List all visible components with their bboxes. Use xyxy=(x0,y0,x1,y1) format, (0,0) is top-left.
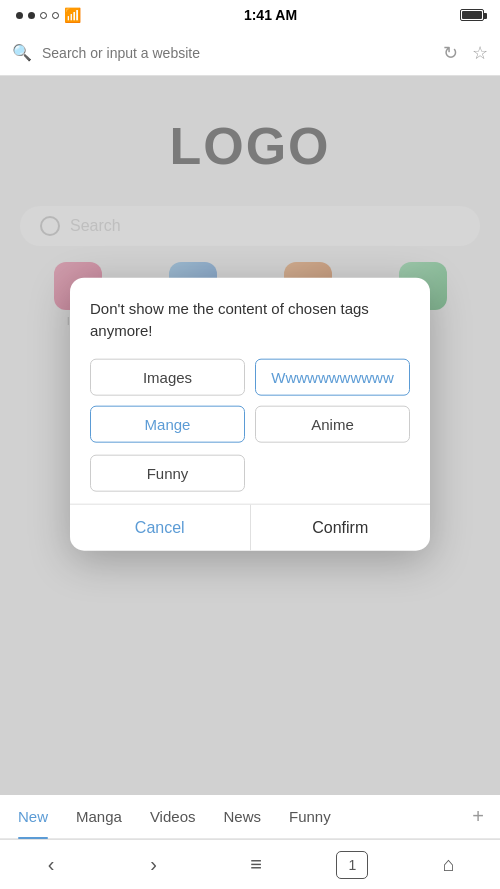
address-bar: 🔍 ↻ ☆ xyxy=(0,30,500,76)
tab-news[interactable]: News xyxy=(209,795,275,839)
tab-plus-button[interactable]: + xyxy=(460,805,496,828)
wifi-icon: 📶 xyxy=(64,7,81,23)
tab-new[interactable]: New xyxy=(4,795,62,839)
home-button[interactable]: ⌂ xyxy=(427,843,471,887)
status-left: 📶 xyxy=(16,7,81,23)
page-button[interactable]: 1 xyxy=(336,851,368,879)
tag-btn-images[interactable]: Images xyxy=(90,358,245,395)
address-input[interactable] xyxy=(42,45,433,61)
confirm-button[interactable]: Confirm xyxy=(251,504,431,550)
status-right xyxy=(460,9,484,21)
search-icon: 🔍 xyxy=(12,43,32,62)
dialog-actions: Cancel Confirm xyxy=(70,503,430,550)
signal-dot-3 xyxy=(40,12,47,19)
status-time: 1:41 AM xyxy=(244,7,297,23)
dialog-tags-grid: Images Wwwwwwwwwww Mange Anime xyxy=(90,358,410,442)
dialog-message: Don't show me the content of chosen tags… xyxy=(90,297,410,342)
tab-funny[interactable]: Funny xyxy=(275,795,345,839)
battery-icon xyxy=(460,9,484,21)
reload-icon[interactable]: ↻ xyxy=(443,42,458,64)
dialog-body: Don't show me the content of chosen tags… xyxy=(70,277,430,491)
address-actions: ↻ ☆ xyxy=(443,42,488,64)
tag-btn-funny[interactable]: Funny xyxy=(90,454,245,491)
bottom-nav: ‹ › ≡ 1 ⌂ xyxy=(0,839,500,889)
tabs-bar: New Manga Videos News Funny + xyxy=(0,795,500,839)
bookmark-icon[interactable]: ☆ xyxy=(472,42,488,64)
signal-dot-4 xyxy=(52,12,59,19)
tab-manga[interactable]: Manga xyxy=(62,795,136,839)
tag-btn-mange[interactable]: Mange xyxy=(90,405,245,442)
cancel-button[interactable]: Cancel xyxy=(70,504,250,550)
tab-videos[interactable]: Videos xyxy=(136,795,210,839)
menu-button[interactable]: ≡ xyxy=(234,843,278,887)
tag-btn-www[interactable]: Wwwwwwwwwww xyxy=(255,358,410,395)
forward-button[interactable]: › xyxy=(132,843,176,887)
status-bar: 📶 1:41 AM xyxy=(0,0,500,30)
tag-filter-dialog: Don't show me the content of chosen tags… xyxy=(70,277,430,550)
signal-dot-2 xyxy=(28,12,35,19)
signal-dot-1 xyxy=(16,12,23,19)
back-button[interactable]: ‹ xyxy=(29,843,73,887)
tag-btn-anime[interactable]: Anime xyxy=(255,405,410,442)
main-content: LOGO Search Im... M... Don't show me the… xyxy=(0,76,500,795)
